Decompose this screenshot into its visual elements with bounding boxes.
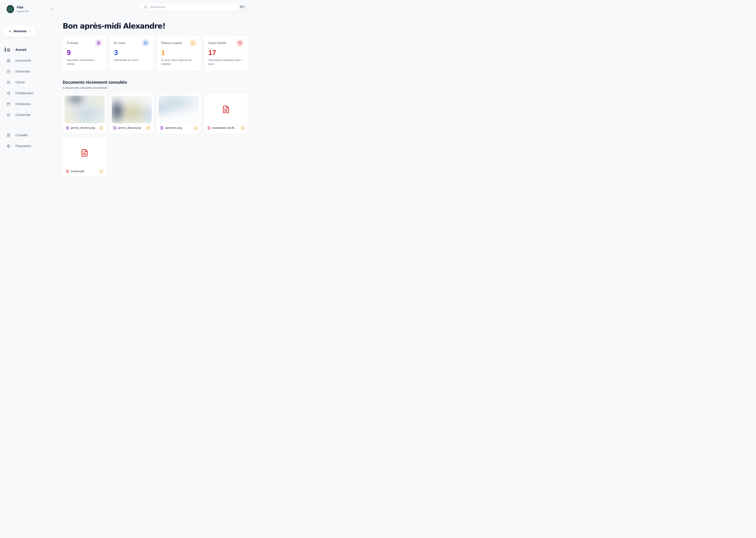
section-subtitle: 5 documents consultés récemment — [63, 86, 248, 89]
stat-card-expire-bientot[interactable]: Expire bientôt 17 Documents expirants so… — [204, 35, 248, 72]
stat-subtitle: 3+ jours sans réponse ou rejetées — [161, 58, 197, 66]
document-thumbnail — [65, 139, 105, 167]
image-file-icon — [160, 126, 164, 130]
sidebar-nav: Accueil Documents Demandes Clients Colla… — [0, 44, 58, 120]
document-thumbnail — [159, 96, 199, 123]
main-content: ⌘ K Bon après-midi Alexandre! À réviser … — [59, 0, 252, 179]
section-title: Documents récemment consultés — [63, 80, 248, 85]
stat-title: En cours — [114, 41, 125, 45]
alert-circle-icon — [189, 39, 197, 47]
sidebar-item-parametres[interactable]: Paramètres — [0, 141, 58, 151]
stat-value: 9 — [67, 49, 102, 56]
pdf-file-icon — [208, 126, 211, 130]
users-icon — [7, 81, 10, 84]
card-icon — [146, 125, 151, 131]
red-document-icon — [80, 149, 89, 157]
stat-subtitle: Documents expirants sous 7 jours — [209, 58, 244, 66]
command-icon: ⌘ — [240, 6, 243, 8]
stat-subtitle: Nouvelles soumissions clients — [67, 58, 102, 66]
flair-logo-icon — [7, 5, 14, 13]
clock-icon — [7, 70, 10, 74]
sidebar-item-label: Accueil — [16, 48, 26, 52]
shortcut-key: K — [243, 6, 245, 8]
document-thumbnail — [65, 96, 105, 123]
image-file-icon — [66, 126, 69, 130]
trash-icon — [7, 134, 10, 137]
red-document-icon — [222, 105, 230, 114]
sidebar-spacer — [0, 120, 58, 125]
new-button-label: Nouveau — [14, 29, 26, 33]
chevron-down-icon — [29, 30, 31, 32]
sidebar-item-label: Conformité — [16, 113, 30, 117]
sidebar-item-corbeille[interactable]: Corbeille — [0, 130, 58, 141]
search-bar[interactable]: ⌘ K — [140, 3, 248, 11]
stat-card-en-cours[interactable]: En cours 3 Demandes en cours — [110, 35, 154, 72]
search-input[interactable] — [150, 5, 236, 9]
recent-documents-grid: permis_derriere.png permis_devant.png sp… — [63, 94, 248, 177]
document-card-autorisation[interactable]: Autorisation de dif... — [204, 94, 248, 134]
gear-icon — [7, 144, 10, 148]
document-card-specimen[interactable]: specimen.png — [157, 94, 201, 134]
document-card-permis-derriere[interactable]: permis_derriere.png — [63, 94, 106, 134]
sidebar: Flair Espace RH Nouveau Accueil Document… — [0, 0, 59, 179]
stat-title: À réviser — [67, 41, 78, 45]
sidebar-item-clients[interactable]: Clients — [0, 77, 58, 88]
sidebar-item-label: Documents — [16, 59, 31, 63]
image-file-icon — [113, 126, 117, 130]
stat-title: Relance requise — [161, 41, 182, 45]
chevron-down-icon[interactable] — [51, 8, 54, 11]
plus-icon — [8, 29, 12, 33]
calendar-icon — [236, 39, 244, 47]
warning-triangle-icon — [99, 125, 104, 131]
sidebar-item-label: Clients — [16, 81, 25, 84]
warning-triangle-icon — [99, 169, 104, 174]
document-thumbnail — [112, 96, 152, 123]
sidebar-item-label: Corbeille — [16, 134, 27, 137]
document-name: Contrat.pdf — [71, 170, 84, 173]
stat-title: Expire bientôt — [209, 41, 226, 45]
sidebar-item-label: Paramètres — [16, 144, 31, 148]
document-card-permis-devant[interactable]: permis_devant.png — [110, 94, 154, 134]
stat-subtitle: Demandes en cours — [114, 58, 150, 62]
workspace-name: Flair — [17, 6, 29, 10]
search-icon — [144, 5, 147, 9]
sidebar-item-accueil[interactable]: Accueil — [0, 44, 58, 55]
stat-value: 3 — [114, 49, 150, 56]
document-thumbnail — [206, 96, 246, 123]
new-button[interactable]: Nouveau — [3, 26, 36, 37]
keyboard-shortcut-badge: ⌘ K — [238, 4, 247, 10]
page-title: Bon après-midi Alexandre! — [63, 22, 248, 30]
calendar-icon — [7, 102, 10, 106]
sidebar-item-demandes[interactable]: Demandes — [0, 66, 58, 77]
stat-value: 1 — [161, 49, 197, 56]
document-name: permis_derriere.png — [71, 126, 95, 130]
document-icon — [95, 39, 102, 47]
stat-card-a-reviser[interactable]: À réviser 9 Nouvelles soumissions client… — [63, 35, 106, 72]
sidebar-item-label: Collaboration — [16, 91, 33, 95]
stats-row: À réviser 9 Nouvelles soumissions client… — [63, 35, 248, 72]
shield-check-icon — [7, 113, 10, 117]
stat-value: 17 — [209, 49, 244, 56]
document-name: Autorisation de dif... — [212, 126, 236, 130]
workspace-info: Flair Espace RH — [17, 6, 29, 13]
document-name: permis_devant.png — [118, 126, 141, 130]
sidebar-footer: Corbeille Paramètres — [0, 130, 58, 151]
document-name: specimen.png — [165, 126, 182, 130]
workspace-switcher[interactable]: Flair Espace RH — [0, 0, 58, 13]
sidebar-item-documents[interactable]: Documents — [0, 55, 58, 66]
document-icon — [7, 59, 10, 63]
workspace-subtitle: Espace RH — [17, 10, 29, 13]
sidebar-item-conformite[interactable]: Conformité — [0, 109, 58, 120]
share-icon — [7, 91, 10, 95]
stat-card-relance-requise[interactable]: Relance requise 1 3+ jours sans réponse … — [157, 35, 201, 72]
warning-triangle-icon — [240, 125, 245, 131]
document-card-contrat[interactable]: Contrat.pdf — [63, 137, 106, 177]
home-icon — [7, 48, 10, 52]
sidebar-item-label: Échéances — [16, 102, 31, 106]
sidebar-item-label: Demandes — [16, 70, 30, 74]
pdf-file-icon — [66, 170, 69, 173]
warning-triangle-icon — [193, 125, 198, 131]
sidebar-item-echeances[interactable]: Échéances — [0, 99, 58, 109]
sidebar-item-collaboration[interactable]: Collaboration — [0, 88, 58, 99]
clock-icon — [142, 39, 149, 47]
